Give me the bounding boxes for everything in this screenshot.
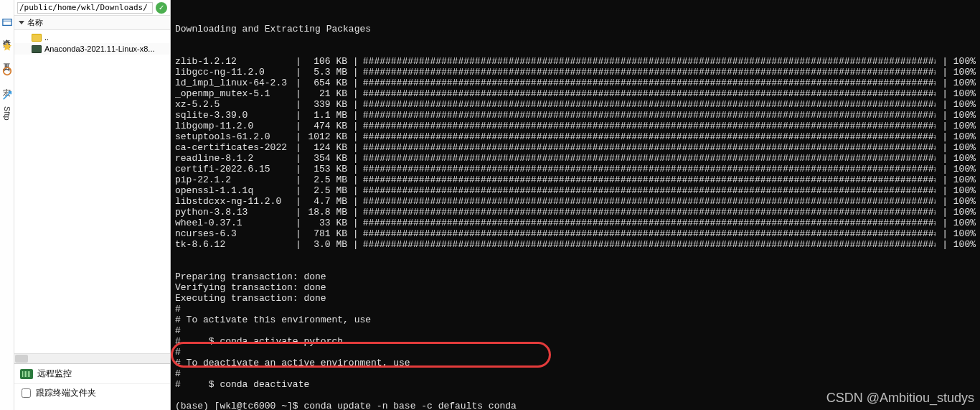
tab-sftp[interactable]: Sftp (1, 105, 13, 122)
package-row: openssl-1.1.1q|2.5 MB | ################… (175, 185, 976, 196)
tab-macro[interactable]: 宏 (0, 80, 14, 83)
term-line: # (175, 325, 976, 336)
package-row: readline-8.1.2|354 KB | ################… (175, 153, 976, 164)
column-name: 名称 (27, 17, 43, 28)
package-row: setuptools-61.2.0|1012 KB | ############… (175, 131, 976, 142)
package-row: zlib-1.2.12|106 KB | ###################… (175, 56, 976, 67)
package-row: xz-5.2.5|339 KB | ######################… (175, 99, 976, 110)
package-row: python-3.8.13|18.8 MB | ################… (175, 207, 976, 218)
status-ok-icon: ✓ (156, 2, 167, 14)
package-row: libgomp-11.2.0|474 KB | ################… (175, 121, 976, 131)
package-row: wheel-0.37.1|33 KB | ###################… (175, 218, 976, 228)
folder-icon (32, 34, 42, 42)
term-line: (base) [wkl@tc6000 ~]$ conda update -n b… (175, 401, 976, 410)
tab-session[interactable]: 会话夹 (0, 32, 14, 34)
tab-tools[interactable]: 工具 (0, 56, 14, 59)
term-line: # (175, 304, 976, 315)
follow-terminal: 跟踪终端文件夹 (14, 383, 170, 402)
follow-checkbox[interactable] (22, 388, 31, 398)
term-line: # $ conda activate pytorch (175, 336, 976, 347)
svg-point-2 (3, 67, 11, 75)
term-line: # To activate this environment, use (175, 315, 976, 325)
sftp-icon[interactable] (2, 90, 12, 101)
term-line (175, 390, 976, 401)
term-header: Downloading and Extracting Packages (175, 24, 976, 34)
package-row: libstdcxx-ng-11.2.0|4.7 MB | ###########… (175, 196, 976, 207)
list-item-parent[interactable]: .. (14, 32, 170, 43)
file-name: Anaconda3-2021.11-Linux-x8... (44, 45, 155, 53)
term-line: Executing transaction: done (175, 293, 976, 304)
h-scrollbar[interactable] (14, 353, 170, 363)
macro-icon[interactable] (2, 66, 12, 76)
path-input[interactable] (17, 2, 153, 14)
monitor-label: 远程监控 (37, 368, 72, 380)
term-line: # $ conda deactivate (175, 379, 976, 390)
file-header[interactable]: 名称 (14, 16, 170, 30)
term-line: # (175, 368, 976, 379)
session-icon[interactable] (2, 17, 12, 27)
term-line: Preparing transaction: done (175, 271, 976, 282)
package-row: libgcc-ng-11.2.0|5.3 MB | ##############… (175, 67, 976, 78)
monitor-icon (20, 369, 33, 379)
list-item-file[interactable]: Anaconda3-2021.11-Linux-x8... (14, 43, 170, 55)
package-row: pip-22.1.2|2.5 MB | ####################… (175, 174, 976, 185)
follow-label: 跟踪终端文件夹 (36, 388, 96, 398)
package-row: ca-certificates-2022|124 KB | ##########… (175, 142, 976, 153)
package-row: _openmp_mutex-5.1|21 KB | ##############… (175, 88, 976, 99)
vertical-tabs: 会话夹 工具 宏 Sftp (0, 0, 14, 410)
file-name: .. (44, 33, 49, 42)
file-panel: ✓ 名称 .. Anaconda3-2021.11-Linux-x8... 远程… (14, 0, 171, 410)
package-row: tk-8.6.12|3.0 MB | #####################… (175, 239, 976, 250)
term-line: Verifying transaction: done (175, 282, 976, 293)
package-row: sqlite-3.39.0|1.1 MB | #################… (175, 110, 976, 121)
anaconda-icon (32, 45, 42, 53)
file-list[interactable]: .. Anaconda3-2021.11-Linux-x8... (14, 30, 170, 353)
term-line: # To deactivate an active environment, u… (175, 358, 976, 368)
collapse-icon[interactable] (19, 21, 24, 24)
remote-monitor[interactable]: 远程监控 (14, 363, 170, 383)
svg-rect-0 (2, 19, 11, 26)
term-line: # (175, 347, 976, 358)
terminal[interactable]: Downloading and Extracting Packages zlib… (171, 0, 980, 410)
package-row: certifi-2022.6.15|153 KB | #############… (175, 164, 976, 174)
star-icon[interactable] (2, 42, 12, 52)
package-row: ld_impl_linux-64-2.3|654 KB | ##########… (175, 78, 976, 88)
path-bar: ✓ (14, 0, 170, 16)
package-row: ncurses-6.3|781 KB | ###################… (175, 228, 976, 239)
